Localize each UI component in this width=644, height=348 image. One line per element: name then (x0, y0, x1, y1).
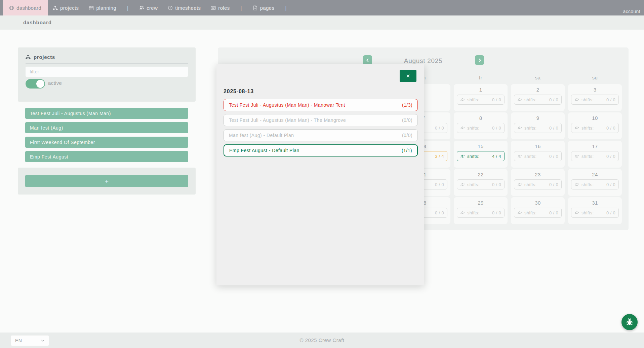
nav-separator: | (121, 0, 134, 15)
calendar-day-cell[interactable]: 17shifts:0 / 0 (568, 141, 622, 168)
shifts-label: shifts: (524, 126, 536, 131)
add-project-button[interactable]: + (25, 175, 188, 187)
toggle-knob (36, 80, 44, 88)
calendar-day-cell[interactable]: 16shifts:0 / 0 (511, 141, 565, 168)
day-number: 15 (454, 143, 508, 150)
users-group-icon (517, 126, 522, 131)
bug-report-button[interactable] (621, 314, 638, 330)
users-group-icon (460, 126, 465, 131)
active-toggle[interactable] (26, 79, 45, 89)
active-toggle-row: active (26, 79, 62, 89)
nav-item-label: dashboard (16, 5, 41, 11)
day-number: 31 (568, 200, 622, 206)
nav-item-crew[interactable]: crew (134, 0, 163, 15)
language-select[interactable]: EN (11, 336, 49, 346)
plan-label: Emp Fest August - Default Plan (229, 148, 299, 153)
nav-item-pages[interactable]: pages (248, 0, 280, 15)
day-number: 10 (568, 115, 622, 121)
plan-row[interactable]: Test Fest Juli - Augustus (Man Man) - Ma… (224, 99, 418, 111)
account-button[interactable]: account (623, 9, 640, 14)
crew-icon (139, 5, 144, 10)
shifts-count: 0 / 0 (492, 210, 501, 215)
weekday-label: su (568, 75, 622, 80)
shifts-label: shifts: (524, 182, 536, 187)
projects-panel-header: projects (26, 54, 188, 64)
shifts-badge: shifts:0 / 0 (457, 208, 505, 218)
day-number: 9 (511, 115, 565, 121)
shifts-label: shifts: (524, 210, 536, 215)
nav-item-timesheets[interactable]: timesheets (163, 0, 206, 15)
shifts-count: 0 / 0 (492, 182, 501, 187)
nav-item-label: crew (147, 5, 158, 11)
nav-item-projects[interactable]: projects (48, 0, 84, 15)
plan-label: Test Fest Juli - Augustus (Man Man) - Th… (229, 117, 346, 123)
calendar-day-cell[interactable]: 8shifts:0 / 0 (454, 112, 508, 139)
shifts-label: shifts: (524, 97, 536, 102)
shifts-badge: shifts:0 / 0 (571, 151, 619, 161)
calendar-day-cell[interactable]: 24shifts:0 / 0 (568, 169, 622, 196)
shifts-badge: shifts:0 / 0 (571, 208, 619, 218)
shifts-label: shifts: (581, 210, 594, 215)
shifts-label: shifts: (467, 210, 479, 215)
calendar-day-cell[interactable]: 2shifts:0 / 0 (511, 84, 565, 111)
breadcrumb[interactable]: dashboard (23, 20, 52, 25)
plan-row[interactable]: Emp Fest August - Default Plan(1/1) (224, 144, 418, 156)
weekday-label: sa (511, 75, 565, 80)
day-number: 24 (568, 172, 622, 178)
project-button[interactable]: Emp Fest August (25, 151, 188, 162)
project-button[interactable]: First Weekend Of September (25, 137, 188, 148)
calendar-day-cell[interactable]: 23shifts:0 / 0 (511, 169, 565, 196)
shifts-count: 0 / 0 (549, 97, 558, 102)
chevron-right-icon (477, 58, 482, 63)
copyright-text: © 2025 Crew Craft (0, 333, 644, 348)
plan-label: Man fest (Aug) - Default Plan (229, 133, 294, 138)
calendar-next-button[interactable] (475, 55, 484, 65)
day-number: 17 (568, 143, 622, 150)
users-group-icon (517, 154, 522, 159)
plan-row[interactable]: Man fest (Aug) - Default Plan(0/0) (224, 129, 418, 141)
project-button[interactable]: Man fest (Aug) (25, 122, 188, 133)
calendar-day-cell[interactable]: 3shifts:0 / 0 (568, 84, 622, 111)
day-number: 29 (454, 200, 508, 206)
shifts-count: 0 / 0 (606, 97, 615, 102)
users-group-icon (517, 97, 522, 102)
nav-item-label: pages (260, 5, 275, 11)
shifts-count: 0 / 0 (435, 210, 444, 215)
nav-item-planning[interactable]: planning (84, 0, 121, 15)
filter-input[interactable] (26, 67, 188, 77)
calendar-day-cell[interactable]: 15shifts:4 / 4 (454, 141, 508, 168)
shifts-count: 3 / 4 (435, 154, 444, 159)
shifts-count: 4 / 4 (492, 154, 501, 159)
plan-row[interactable]: Test Fest Juli - Augustus (Man Man) - Th… (224, 114, 418, 126)
calendar-day-cell[interactable]: 22shifts:0 / 0 (454, 169, 508, 196)
calendar-day-cell[interactable]: 29shifts:0 / 0 (454, 197, 508, 224)
roles-icon (211, 5, 216, 10)
modal-close-button[interactable]: ✕ (400, 70, 416, 82)
shifts-badge: shifts:0 / 0 (457, 95, 505, 105)
shifts-badge: shifts:0 / 0 (571, 95, 619, 105)
bug-icon (626, 318, 634, 326)
users-group-icon (517, 182, 522, 187)
day-number: 22 (454, 172, 508, 178)
calendar-day-cell[interactable]: 10shifts:0 / 0 (568, 112, 622, 139)
chevron-down-icon (41, 339, 45, 343)
add-project-panel: + (18, 168, 196, 195)
plan-count: (0/0) (402, 117, 412, 123)
calendar-day-cell[interactable]: 1shifts:0 / 0 (454, 84, 508, 111)
plan-count: (1/1) (402, 148, 412, 153)
modal-date: 2025-08-13 (224, 89, 254, 95)
project-button[interactable]: Test Fest Juli - Augustus (Man Man) (25, 108, 188, 119)
shifts-badge: shifts:0 / 0 (514, 208, 562, 218)
users-group-icon (517, 210, 522, 215)
calendar-day-cell[interactable]: 31shifts:0 / 0 (568, 197, 622, 224)
nav-items: dashboardprojectsplanning|crewtimesheets… (0, 0, 292, 15)
day-number: 23 (511, 172, 565, 178)
nav-item-roles[interactable]: roles (206, 0, 235, 15)
calendar-day-cell[interactable]: 30shifts:0 / 0 (511, 197, 565, 224)
users-group-icon (460, 210, 465, 215)
shifts-badge: shifts:0 / 0 (514, 151, 562, 161)
calendar-day-cell[interactable]: 9shifts:0 / 0 (511, 112, 565, 139)
nav-item-dashboard[interactable]: dashboard (3, 0, 48, 15)
active-toggle-label: active (48, 80, 62, 86)
users-group-icon (460, 154, 465, 159)
